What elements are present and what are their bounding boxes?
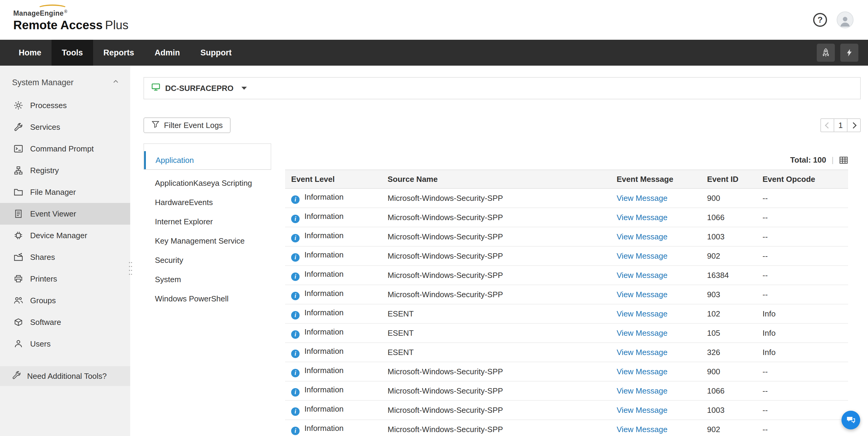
event-message-cell: View Message: [611, 227, 701, 246]
event-opcode: Info: [756, 324, 848, 343]
nav-item-home[interactable]: Home: [8, 40, 52, 66]
rocket-icon[interactable]: [817, 44, 835, 62]
current-page[interactable]: 1: [834, 118, 847, 132]
sidebar-item-shares[interactable]: Shares: [0, 246, 130, 268]
brand-logo[interactable]: ManageEngine® Remote AccessPlus: [13, 7, 128, 32]
grid-view-icon[interactable]: [839, 156, 848, 165]
event-level: Information: [304, 366, 344, 375]
funnel-icon: [151, 120, 160, 131]
sidebar-item-groups[interactable]: Groups: [0, 290, 130, 311]
sidebar-item-label: Command Prompt: [30, 144, 94, 154]
document-icon: [13, 209, 24, 219]
view-message-link[interactable]: View Message: [617, 232, 668, 241]
view-message-link[interactable]: View Message: [617, 290, 668, 299]
prev-page-button[interactable]: [820, 118, 834, 132]
terminal-icon: [13, 144, 24, 154]
total-count: Total: 100: [790, 155, 826, 165]
event-level-cell: iInformation: [285, 227, 381, 246]
view-message-link[interactable]: View Message: [617, 309, 668, 318]
event-row: iInformationMicrosoft-Windows-Security-S…: [285, 400, 848, 420]
sidebar-item-printers[interactable]: Printers: [0, 268, 130, 290]
nav-item-reports[interactable]: Reports: [93, 40, 144, 66]
view-message-link[interactable]: View Message: [617, 386, 668, 395]
event-row: iInformationMicrosoft-Windows-Security-S…: [285, 189, 848, 208]
sidebar-section-system-manager[interactable]: System Manager: [0, 70, 130, 95]
info-icon: i: [291, 349, 300, 358]
sidebar-resize-handle[interactable]: [128, 260, 133, 277]
nav-item-admin[interactable]: Admin: [144, 40, 190, 66]
event-row: iInformationMicrosoft-Windows-Security-S…: [285, 227, 848, 246]
category-security[interactable]: Security: [144, 250, 271, 270]
event-id: 1066: [701, 208, 756, 227]
monitor-icon: [151, 82, 160, 94]
view-message-link[interactable]: View Message: [617, 348, 668, 357]
remote-access-plus-app: ManageEngine® Remote AccessPlus ? HomeTo…: [0, 0, 868, 436]
category-hardwareevents[interactable]: HardwareEvents: [144, 193, 271, 212]
category-internet-explorer[interactable]: Internet Explorer: [144, 212, 271, 231]
event-level-cell: iInformation: [285, 208, 381, 227]
sidebar-item-device-manager[interactable]: Device Manager: [0, 225, 130, 246]
source-name: ESENT: [381, 324, 611, 343]
event-id: 1066: [701, 381, 756, 400]
nav-item-tools[interactable]: Tools: [52, 40, 93, 66]
table-body: iInformationMicrosoft-Windows-Security-S…: [285, 189, 848, 436]
pagination: 1: [820, 118, 861, 132]
source-name: Microsoft-Windows-Security-SPP: [381, 400, 611, 420]
view-message-link[interactable]: View Message: [617, 194, 668, 203]
event-row: iInformationMicrosoft-Windows-Security-S…: [285, 285, 848, 304]
view-message-link[interactable]: View Message: [617, 271, 668, 280]
app-body: System Manager ProcessesServicesCommand …: [0, 66, 868, 436]
brand-manageengine: ManageEngine®: [13, 7, 128, 17]
category-applicationkaseya-scripting[interactable]: ApplicationKaseya Scripting: [144, 173, 271, 193]
device-selector[interactable]: DC-SURFACEPRO: [144, 77, 861, 99]
event-row: iInformationMicrosoft-Windows-Security-S…: [285, 266, 848, 285]
chat-bubbles-icon: [846, 415, 856, 425]
view-message-link[interactable]: View Message: [617, 329, 668, 338]
view-message-link[interactable]: View Message: [617, 406, 668, 415]
event-row: iInformationMicrosoft-Windows-Security-S…: [285, 381, 848, 400]
event-level-cell: iInformation: [285, 381, 381, 400]
table-header-row: Event LevelSource NameEvent MessageEvent…: [285, 170, 848, 189]
event-message-cell: View Message: [611, 324, 701, 343]
view-message-link[interactable]: View Message: [617, 425, 668, 434]
lightning-icon[interactable]: [840, 44, 858, 62]
user-avatar[interactable]: [837, 11, 854, 28]
event-message-cell: View Message: [611, 362, 701, 381]
event-level-cell: iInformation: [285, 246, 381, 266]
category-system[interactable]: System: [144, 270, 271, 289]
sidebar-item-need-additional-tools[interactable]: Need Additional Tools?: [0, 366, 130, 386]
sidebar-item-software[interactable]: Software: [0, 311, 130, 333]
source-name: Microsoft-Windows-Security-SPP: [381, 285, 611, 304]
event-opcode: --: [756, 420, 848, 436]
chevron-up-icon: [112, 78, 119, 87]
sidebar-item-file-manager[interactable]: File Manager: [0, 181, 130, 203]
nav-item-support[interactable]: Support: [190, 40, 242, 66]
view-message-link[interactable]: View Message: [617, 251, 668, 261]
info-icon: i: [291, 407, 300, 416]
sidebar-item-processes[interactable]: Processes: [0, 95, 130, 116]
sidebar-item-label: Shares: [30, 253, 55, 262]
sidebar-item-registry[interactable]: Registry: [0, 160, 130, 181]
sidebar-item-event-viewer[interactable]: Event Viewer: [0, 203, 130, 225]
sidebar: System Manager ProcessesServicesCommand …: [0, 66, 130, 436]
source-name: Microsoft-Windows-Security-SPP: [381, 208, 611, 227]
category-application[interactable]: Application: [144, 151, 271, 170]
category-windows-powershell[interactable]: Windows PowerShell: [144, 289, 271, 308]
filter-event-logs-button[interactable]: Filter Event Logs: [144, 118, 230, 133]
chip-icon: [13, 230, 24, 241]
event-message-cell: View Message: [611, 381, 701, 400]
next-page-button[interactable]: [847, 118, 861, 132]
event-message-cell: View Message: [611, 343, 701, 362]
sidebar-item-services[interactable]: Services: [0, 116, 130, 138]
chat-widget-button[interactable]: [841, 411, 860, 429]
sidebar-item-command-prompt[interactable]: Command Prompt: [0, 138, 130, 160]
sidebar-item-users[interactable]: Users: [0, 333, 130, 355]
help-icon[interactable]: ?: [813, 13, 827, 27]
event-opcode: --: [756, 266, 848, 285]
event-viewer-content: ApplicationApplicationKaseya ScriptingHa…: [144, 143, 861, 436]
category-key-management-service[interactable]: Key Management Service: [144, 231, 271, 250]
view-message-link[interactable]: View Message: [617, 213, 668, 222]
wrench-icon: [13, 122, 24, 132]
event-message-cell: View Message: [611, 304, 701, 324]
view-message-link[interactable]: View Message: [617, 367, 668, 376]
